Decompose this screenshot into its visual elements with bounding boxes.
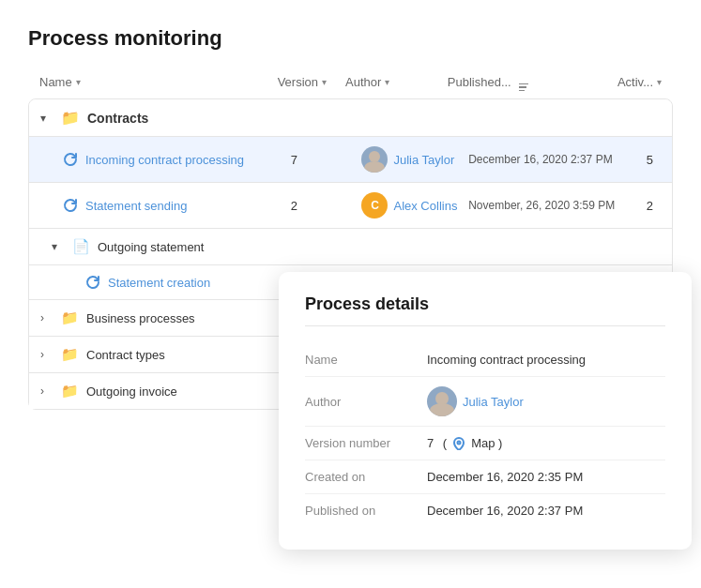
detail-value-name: Incoming contract processing (427, 353, 586, 367)
folder-icon: 📁 (61, 383, 79, 400)
sort-bars-icon (515, 73, 528, 91)
detail-label-author: Author (305, 395, 427, 409)
version-sort-icon (322, 77, 327, 87)
row-name-cell: Statement creation (40, 275, 294, 290)
detail-row-author: Author Julia Taylor (305, 377, 665, 427)
group-contracts[interactable]: ▾ 📁 Contracts (29, 99, 672, 137)
detail-value-version: 7 ( Map ) (427, 436, 502, 450)
folder-icon: 📁 (61, 346, 79, 363)
col-header-activity[interactable]: Activ... (617, 75, 662, 89)
detail-author-avatar (427, 386, 457, 416)
outgoing-expand-icon[interactable]: ▾ (52, 240, 65, 253)
table-row[interactable]: Statement sending 2 C Alex Collins Novem… (29, 183, 672, 229)
author-sort-icon (385, 77, 389, 87)
contracts-label: Contracts (87, 111, 148, 126)
contracttypes-expand-icon[interactable]: › (40, 348, 53, 361)
row-activity-cell: 5 (647, 153, 661, 167)
row-name-cell: Incoming contract processing (40, 152, 291, 167)
column-headers: Name Version Author Published... Activ..… (28, 73, 673, 91)
detail-row-version: Version number 7 ( Map ) (305, 427, 665, 460)
detail-label-published: Published on (305, 504, 427, 518)
row-published-cell: November, 26, 2020 3:59 PM (468, 199, 647, 212)
col-header-version[interactable]: Version (278, 75, 345, 89)
detail-row-published: Published on December 16, 2020 2:37 PM (305, 494, 665, 527)
detail-value-author: Julia Taylor (427, 386, 524, 416)
subgroup-outgoing[interactable]: ▾ 📄 Outgoing statement (29, 229, 672, 265)
row-author-cell: Julia Taylor (361, 146, 468, 173)
process-sync-icon (85, 275, 100, 290)
outgoinginvoice-expand-icon[interactable]: › (40, 384, 53, 398)
contracts-expand-icon[interactable]: ▾ (40, 112, 53, 125)
detail-label-name: Name (305, 353, 427, 367)
row-version-cell: 7 (291, 153, 362, 167)
process-sync-icon (63, 152, 78, 167)
business-label: Business processes (86, 311, 195, 325)
row-name-text: Incoming contract processing (85, 153, 244, 167)
col-header-author[interactable]: Author (345, 75, 448, 89)
map-icon (452, 437, 465, 450)
row-author-cell: C Alex Collins (361, 192, 468, 219)
detail-value-created: December 16, 2020 2:35 PM (427, 470, 583, 484)
process-sync-icon (63, 198, 78, 213)
table-row[interactable]: Incoming contract processing 7 Julia Tay… (29, 137, 672, 183)
page-title: Process monitoring (28, 26, 673, 51)
detail-row-name: Name Incoming contract processing (305, 343, 665, 377)
detail-author-link[interactable]: Julia Taylor (463, 395, 524, 409)
folder-icon: 📁 (61, 309, 79, 326)
name-sort-icon (76, 77, 81, 87)
row-activity-cell: 2 (647, 199, 661, 213)
row-published-cell: December 16, 2020 2:37 PM (468, 153, 647, 166)
doc-icon: 📄 (72, 238, 90, 255)
col-header-published[interactable]: Published... (448, 73, 617, 91)
author-avatar: C (361, 192, 388, 219)
row-version-cell: 2 (291, 199, 362, 213)
outgoing-label: Outgoing statement (98, 240, 204, 254)
contracttypes-label: Contract types (86, 348, 165, 362)
col-header-name[interactable]: Name (39, 75, 278, 89)
row-name-text: Statement creation (108, 276, 210, 290)
detail-label-created: Created on (305, 470, 427, 484)
row-name-cell: Statement sending (40, 198, 291, 213)
detail-row-created: Created on December 16, 2020 2:35 PM (305, 460, 665, 494)
svg-point-0 (458, 441, 461, 444)
contracts-folder-icon: 📁 (61, 109, 80, 127)
row-name-text: Statement sending (85, 199, 187, 213)
author-avatar (361, 146, 388, 173)
business-expand-icon[interactable]: › (40, 311, 53, 324)
detail-value-published: December 16, 2020 2:37 PM (427, 504, 583, 518)
activity-sort-icon (657, 77, 662, 87)
details-panel-title: Process details (305, 294, 665, 326)
process-details-panel: Process details Name Incoming contract p… (279, 272, 692, 550)
outgoinginvoice-label: Outgoing invoice (86, 384, 177, 399)
detail-label-version: Version number (305, 436, 427, 450)
